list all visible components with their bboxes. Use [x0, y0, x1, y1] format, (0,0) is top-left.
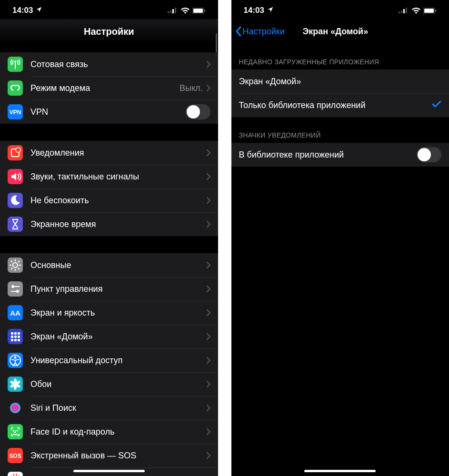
nav-bar: Настройки	[0, 19, 218, 44]
checkmark-icon	[432, 100, 441, 110]
settings-row-accessibility[interactable]: Универсальный доступ	[0, 348, 218, 372]
svg-point-35	[14, 357, 17, 359]
settings-row-screentime[interactable]: Экранное время	[0, 212, 218, 236]
chevron-right-icon	[207, 197, 210, 204]
svg-point-44	[13, 430, 14, 432]
section-header: НЕДАВНО ЗАГРУЖЕННЫЕ ПРИЛОЖЕНИЯ	[231, 44, 449, 69]
phone-settings: 14:03 Настройки Сотовая связь	[0, 0, 218, 476]
row-label: В библиотеке приложений	[239, 150, 417, 160]
vpn-icon: VPN	[8, 104, 23, 119]
chevron-right-icon	[207, 61, 210, 68]
row-label: Основные	[30, 260, 207, 270]
location-icon	[267, 6, 274, 15]
option-row-opt-home[interactable]: Экран «Домой»	[231, 69, 449, 93]
chevron-right-icon	[207, 428, 210, 435]
settings-row-sounds[interactable]: Звуки, тактильные сигналы	[0, 165, 218, 188]
phone-homescreen-settings: 14:03 Настройки Экран «Домой» НЕДАВНО ЗА…	[231, 0, 449, 476]
svg-line-16	[11, 261, 12, 262]
svg-rect-52	[406, 8, 407, 13]
svg-point-43	[10, 403, 20, 413]
svg-rect-55	[435, 10, 436, 12]
svg-line-17	[18, 268, 20, 269]
svg-rect-25	[11, 332, 13, 335]
battery-icon	[423, 8, 437, 14]
status-time: 14:03	[12, 6, 33, 15]
svg-rect-32	[14, 339, 17, 341]
row-label: Универсальный доступ	[30, 356, 207, 366]
row-label: Siri и Поиск	[30, 403, 207, 413]
svg-rect-5	[193, 9, 203, 13]
accessibility-icon	[8, 353, 23, 368]
row-label: Экстренный вызов — SOS	[30, 451, 207, 461]
svg-point-45	[17, 430, 18, 432]
chevron-right-icon	[207, 149, 210, 156]
svg-text:AA: AA	[10, 309, 20, 317]
svg-rect-31	[11, 339, 13, 341]
row-label: Face ID и код-пароль	[30, 427, 207, 437]
settings-row-general[interactable]: Основные	[0, 253, 218, 277]
nav-bar: Настройки Экран «Домой»	[231, 19, 449, 44]
row-label: Пункт управления	[30, 284, 207, 294]
moon-icon	[8, 193, 23, 208]
flower-icon	[8, 377, 23, 392]
page-title: Экран «Домой»	[303, 27, 369, 37]
settings-row-hotspot[interactable]: Режим модема Выкл.	[0, 76, 218, 100]
toggle-switch[interactable]	[186, 104, 210, 119]
back-button[interactable]: Настройки	[235, 26, 285, 37]
settings-row-vpn[interactable]: VPN VPN	[0, 100, 218, 124]
siri-icon	[8, 400, 23, 416]
svg-rect-1	[170, 10, 171, 13]
status-bar: 14:03	[231, 0, 449, 19]
row-label: Уведомления	[30, 148, 207, 158]
svg-rect-33	[18, 339, 20, 341]
section-header: ЗНАЧКИ УВЕДОМЛЕНИЙ	[231, 117, 449, 143]
home-indicator[interactable]	[304, 470, 376, 472]
chevron-right-icon	[207, 452, 210, 459]
settings-row-dnd[interactable]: Не беспокоить	[0, 188, 218, 212]
homescreen-options: НЕДАВНО ЗАГРУЖЕННЫЕ ПРИЛОЖЕНИЯ Экран «До…	[231, 44, 449, 167]
settings-row-sos[interactable]: SOS Экстренный вызов — SOS	[0, 444, 218, 467]
chevron-right-icon	[207, 309, 210, 316]
settings-row-controlcenter[interactable]: Пункт управления	[0, 277, 218, 301]
chevron-right-icon	[207, 173, 210, 180]
settings-row-homescreen[interactable]: Экран «Домой»	[0, 325, 218, 348]
page-title: Настройки	[84, 26, 134, 37]
chevron-right-icon	[207, 286, 210, 292]
chevron-right-icon	[207, 333, 210, 340]
settings-row-display[interactable]: AA Экран и яркость	[0, 301, 218, 325]
settings-row-notifications[interactable]: Уведомления	[0, 141, 218, 165]
grid-icon	[8, 329, 23, 344]
svg-rect-28	[11, 336, 13, 338]
chevron-right-icon	[207, 85, 210, 91]
svg-point-10	[16, 148, 20, 152]
svg-text:VPN: VPN	[10, 109, 21, 116]
settings-row-wallpaper[interactable]: Обои	[0, 372, 218, 396]
settings-list[interactable]: Сотовая связь Режим модема Выкл. VPN VPN…	[0, 44, 218, 476]
option-row-badges-library[interactable]: В библиотеке приложений	[231, 143, 449, 167]
svg-rect-50	[401, 10, 402, 13]
svg-rect-54	[424, 9, 434, 13]
home-indicator[interactable]	[73, 470, 145, 472]
svg-rect-3	[175, 8, 176, 13]
chevron-right-icon	[207, 381, 210, 387]
settings-row-cellular[interactable]: Сотовая связь	[0, 52, 218, 76]
settings-row-faceid[interactable]: Face ID и код-пароль	[0, 420, 218, 444]
switches-icon	[8, 281, 23, 297]
svg-rect-0	[168, 11, 169, 13]
row-label: Экран и яркость	[30, 308, 207, 318]
row-detail: Выкл.	[180, 83, 203, 93]
status-time: 14:03	[244, 6, 264, 15]
svg-text:SOS: SOS	[9, 453, 21, 459]
signal-icon	[399, 8, 409, 13]
option-row-opt-library[interactable]: Только библиотека приложений	[231, 93, 449, 117]
row-label: VPN	[30, 107, 186, 117]
svg-point-22	[16, 290, 19, 293]
svg-rect-30	[18, 336, 20, 338]
settings-row-siri[interactable]: Siri и Поиск	[0, 396, 218, 420]
notification-icon	[8, 145, 23, 160]
back-label: Настройки	[243, 27, 285, 37]
svg-point-20	[11, 285, 14, 288]
toggle-switch[interactable]	[417, 147, 441, 162]
chevron-right-icon	[207, 405, 210, 411]
svg-line-19	[18, 261, 20, 262]
